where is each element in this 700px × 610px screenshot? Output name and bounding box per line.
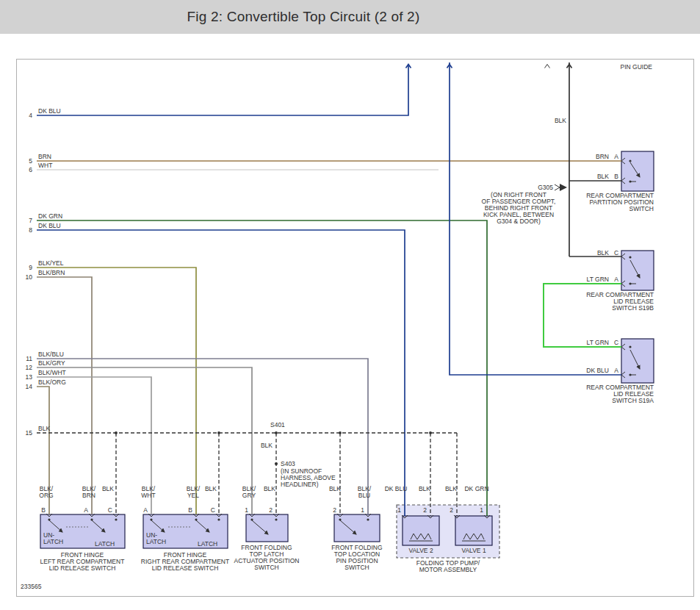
wire-label: WHT (141, 492, 155, 499)
wire-label: LT GRN (587, 276, 609, 283)
unlatch-label: LATCH (146, 538, 166, 545)
wire-label: BLK/BLU (38, 351, 64, 358)
wire-label: BLK (264, 485, 275, 492)
pin-letter: A (614, 367, 618, 374)
wire-label: DK BLU (586, 367, 609, 374)
pin-number: 8 (29, 226, 32, 234)
lid-release-switch-s19a-box (621, 339, 654, 383)
caption-line: SWITCH S19A (612, 397, 654, 404)
pin-letter: C (211, 506, 215, 514)
wire-label: BLK (419, 485, 430, 492)
s401-wire-label: BLK (261, 442, 273, 449)
wire-label: LT GRN (587, 339, 609, 346)
caption-line: LID RELEASE SWITCH (152, 564, 219, 572)
wire-label: BLU (358, 492, 371, 499)
g305-label-block: G305 (ON RIGHT FRONT OF PASSENGER COMPT,… (482, 184, 556, 225)
valve-1-label: VALVE 1 (461, 547, 486, 554)
wire-label: WHT (38, 162, 52, 169)
pin-number: 11 (26, 355, 32, 362)
wire-label: BLK (329, 485, 341, 492)
wire-label: DK GRN (38, 212, 62, 220)
wire-label: BLK (38, 425, 50, 432)
wire-label: YEL (187, 492, 199, 499)
pin-guide-arrow-icon (545, 65, 550, 68)
pin-guide-label: PIN GUIDE (621, 63, 653, 71)
wire-label: BRN (596, 153, 609, 160)
wire-label: ORG (39, 492, 53, 499)
lid-release-switch-s19b-box (621, 251, 654, 290)
pin-letter: C (614, 339, 618, 346)
pin-number: 7 (29, 217, 32, 224)
wire-pin10-blk-brn (37, 277, 92, 514)
pin-letter: B (41, 506, 46, 514)
caption-line: MOTOR ASSEMBLY (419, 566, 477, 573)
pin-letter: 1 (245, 506, 248, 514)
bottom-wire-labels: BLK/ ORG BLK/ BRN BLK BLK/ WHT BLK/ YEL … (39, 485, 488, 499)
caption-line: LID RELEASE SWITCH (49, 564, 116, 572)
pin-number: 4 (29, 112, 32, 119)
wire-ground-blk (567, 62, 622, 256)
pin-number: 15 (26, 429, 33, 437)
pin-letter: C (614, 249, 618, 256)
wire-label: DK BLU (38, 222, 61, 229)
wire-label: BLK/ORG (38, 378, 66, 386)
junction-dots (115, 431, 432, 465)
pin-letter: 2 (269, 506, 273, 514)
pin-number: 9 (29, 264, 32, 271)
pin-letter: A (614, 276, 618, 283)
caption-line: SWITCH S19B (612, 304, 654, 312)
caption-line: SWITCH (629, 205, 654, 212)
pin-letter: A (84, 506, 88, 514)
wire-label: BLK/GRY (38, 359, 65, 367)
g305-ground-splice-icon (555, 184, 567, 191)
pin-letter: 2 (333, 506, 336, 514)
wire-label: BLK/BRN (38, 269, 65, 276)
pin-letter: B (614, 173, 618, 180)
pin-number: 10 (26, 273, 33, 281)
wire-label: BLK (102, 485, 114, 492)
wire-label: GRY (242, 492, 256, 499)
pin-letter: C (108, 506, 112, 514)
partition-position-switch-box (621, 151, 654, 191)
harness-blk-label: BLK (555, 117, 566, 124)
splice-labels: S401 BLK S403 (IN SUNROOF HARNESS, ABOVE… (261, 421, 336, 488)
pin-number: 14 (26, 383, 33, 390)
valve-2-label: VALVE 2 (408, 547, 433, 554)
pin-letter: A (614, 153, 618, 160)
wire-label: BLK (445, 485, 457, 492)
wire-pin4-dk-blu (37, 65, 411, 116)
wire-blk-ground-net-dashed (37, 433, 457, 516)
wire-label: BRN (82, 492, 95, 499)
pin-number: 13 (26, 373, 33, 381)
pin-letter: 2 (423, 506, 427, 514)
wire-pin7-dk-grn (37, 220, 487, 516)
pin-number: 6 (29, 166, 32, 173)
wire-label: DK BLU (38, 107, 61, 115)
location-pin-switch-box (334, 514, 380, 542)
s403-note-line: HEADLINER) (281, 481, 319, 488)
figure-id: 233565 (21, 583, 42, 590)
pin-letter: 2 (450, 506, 453, 514)
pin-letter: 1 (397, 506, 401, 514)
wire-label: DK BLU (385, 485, 408, 492)
pin-letter: 1 (361, 506, 364, 514)
caption-line: SWITCH (344, 564, 369, 571)
pin-letter: A (143, 506, 148, 514)
pin-number: 12 (26, 364, 33, 371)
wire-label: BRN (38, 153, 51, 160)
g305-label: G305 (538, 184, 553, 191)
pin-number: 5 (29, 157, 32, 165)
pin-letter: B (188, 506, 192, 514)
wiring-diagram-canvas: 4 DK BLU 5 BRN 6 WHT 7 DK GRN 8 DK BLU 9… (0, 0, 700, 610)
wire-label: BLK (597, 249, 609, 256)
pin-letter: 1 (480, 506, 483, 514)
wire-label: DK GRN (464, 485, 488, 492)
latch-label: LATCH (95, 540, 115, 548)
wire-label: BLK (597, 173, 609, 180)
s403-label: S403 (281, 460, 295, 467)
latch-label: LATCH (198, 540, 217, 548)
g305-location-line: G304 & DOOR) (497, 218, 541, 225)
component-boxes (40, 151, 654, 548)
unlatch-label: LATCH (43, 538, 63, 545)
wire-label: BLK (205, 485, 217, 492)
